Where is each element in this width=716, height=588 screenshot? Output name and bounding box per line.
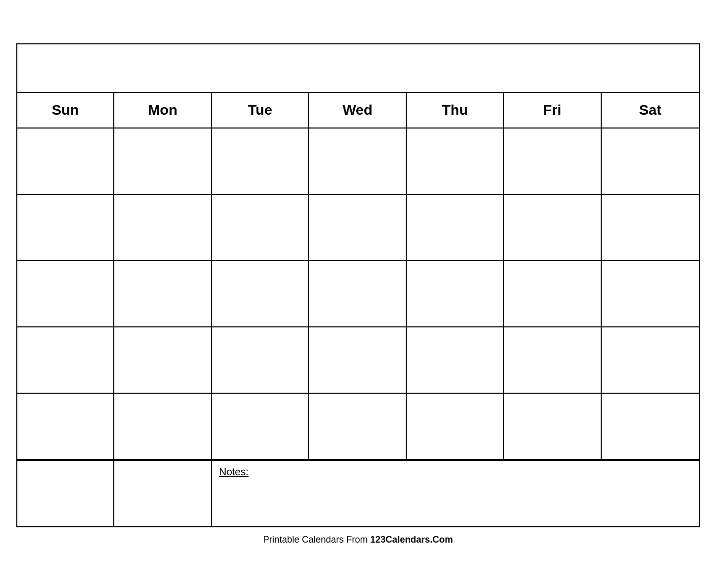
calendar-row-1 [17, 129, 699, 195]
header-sat: Sat [602, 93, 699, 127]
notes-content[interactable]: Notes: [212, 461, 699, 526]
cell-r2-sat [602, 195, 699, 260]
footer-text-normal: Printable Calendars From [263, 534, 370, 545]
cell-r2-wed [309, 195, 407, 260]
cell-notes-mon [114, 461, 212, 526]
notes-label: Notes: [219, 466, 249, 477]
calendar-row-4 [17, 327, 699, 394]
header-fri: Fri [504, 93, 602, 127]
cell-r5-mon [114, 394, 212, 459]
cell-r5-tue [212, 394, 309, 459]
calendar-row-2 [17, 195, 699, 261]
calendar-header: Sun Mon Tue Wed Thu Fri Sat [17, 93, 699, 129]
header-mon: Mon [114, 93, 212, 127]
cell-r2-mon [114, 195, 212, 260]
cell-r3-mon [114, 261, 212, 326]
cell-notes-sun [17, 461, 115, 526]
notes-row: Notes: [17, 460, 699, 526]
header-thu: Thu [407, 93, 504, 127]
cell-r1-thu [407, 129, 504, 194]
calendar-body: Notes: [17, 129, 699, 526]
cell-r4-thu [407, 327, 504, 393]
cell-r2-fri [504, 195, 602, 260]
cell-r1-wed [309, 129, 407, 194]
calendar-row-5 [17, 394, 699, 460]
cell-r1-tue [212, 129, 309, 194]
cell-r1-fri [504, 129, 602, 194]
cell-r4-sun [17, 327, 115, 393]
cell-r4-mon [114, 327, 212, 393]
footer-text-bold: 123Calendars.Com [371, 534, 453, 545]
cell-r4-wed [309, 327, 407, 393]
cell-r2-sun [17, 195, 115, 260]
cell-r3-thu [407, 261, 504, 326]
cell-r5-sun [17, 394, 115, 459]
header-sun: Sun [17, 93, 115, 127]
cell-r5-sat [602, 394, 699, 459]
cell-r4-fri [504, 327, 602, 393]
cell-r5-thu [407, 394, 504, 459]
header-tue: Tue [212, 93, 309, 127]
cell-r3-wed [309, 261, 407, 326]
cell-r2-thu [407, 195, 504, 260]
calendar-title-row [17, 44, 699, 93]
cell-r5-wed [309, 394, 407, 459]
calendar-row-3 [17, 261, 699, 327]
cell-r3-fri [504, 261, 602, 326]
footer: Printable Calendars From 123Calendars.Co… [263, 527, 453, 545]
cell-r4-sat [602, 327, 699, 393]
cell-r2-tue [212, 195, 309, 260]
cell-r1-sun [17, 129, 115, 194]
cell-r3-sat [602, 261, 699, 326]
calendar-wrapper: Sun Mon Tue Wed Thu Fri Sat [16, 43, 700, 527]
cell-r1-sat [602, 129, 699, 194]
cell-r1-mon [114, 129, 212, 194]
header-wed: Wed [309, 93, 407, 127]
cell-r5-fri [504, 394, 602, 459]
cell-r4-tue [212, 327, 309, 393]
cell-r3-sun [17, 261, 115, 326]
cell-r3-tue [212, 261, 309, 326]
